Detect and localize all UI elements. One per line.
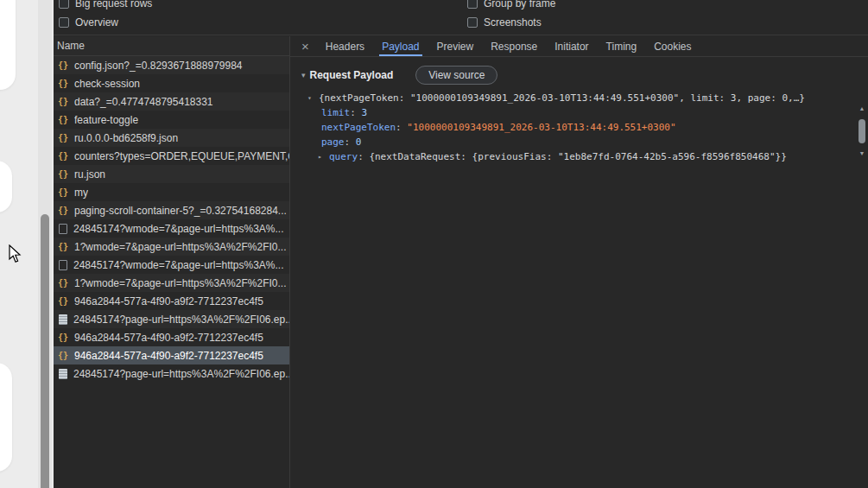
request-name: check-session	[74, 78, 140, 90]
request-name: 24845174?wmode=7&page-url=https%3A%...	[73, 223, 284, 235]
checkbox-label: Screenshots	[484, 16, 542, 29]
request-row[interactable]: {}paging-scroll-container-5?_=0.32754168…	[54, 201, 289, 219]
tab-cookies[interactable]: Cookies	[645, 36, 700, 56]
json-icon: {}	[58, 115, 68, 125]
tab-payload[interactable]: Payload	[373, 36, 428, 56]
request-row[interactable]: 24845174?wmode=7&page-url=https%3A%...	[54, 219, 289, 238]
checkbox-group-by-frame[interactable]: Group by frame	[467, 0, 555, 10]
payload-key: page	[321, 136, 345, 148]
screenshot-root: Big request rowsOverviewGroup by frameSc…	[0, 0, 868, 488]
expand-triangle-icon[interactable]: ▸	[318, 153, 329, 161]
collapse-triangle-icon[interactable]: ▾	[301, 71, 306, 79]
document-icon	[59, 224, 67, 234]
request-name: 946a2844-577a-4f90-a9f2-7712237ec4f5	[74, 295, 263, 307]
payload-colon: :	[345, 136, 356, 148]
checkbox-big-request-rows[interactable]: Big request rows	[59, 0, 152, 10]
request-row[interactable]: {}946a2844-577a-4f90-a9f2-7712237ec4f5	[54, 328, 289, 346]
json-icon: {}	[58, 169, 68, 180]
request-name: feature-toggle	[74, 114, 138, 126]
request-name: data?_=0.4774748795418331	[74, 96, 213, 108]
request-row[interactable]: {}feature-toggle	[54, 111, 289, 129]
tab-preview[interactable]: Preview	[428, 36, 483, 56]
checkbox-box[interactable]	[59, 17, 69, 28]
request-row[interactable]: {}data?_=0.4774748795418331	[54, 92, 289, 111]
close-icon[interactable]: ×	[301, 41, 309, 53]
page-scrollbar-track[interactable]	[38, 0, 52, 488]
payload-colon: :	[358, 151, 369, 162]
request-row[interactable]: {}1?wmode=7&page-url=https%3A%2F%2FI0...	[54, 274, 289, 292]
section-title: Request Payload	[310, 69, 394, 81]
request-row[interactable]: {}config.json?_=0.8293671888979984	[54, 56, 289, 74]
view-source-button[interactable]: View source	[415, 66, 497, 85]
request-name: my	[74, 187, 88, 199]
payload-colon: :	[396, 122, 407, 133]
page-card	[0, 363, 12, 472]
checkbox-box[interactable]	[467, 0, 478, 9]
document-filled-icon	[59, 314, 67, 325]
checkbox-screenshots[interactable]: Screenshots	[467, 16, 542, 29]
json-icon: {}	[58, 187, 68, 198]
page-scrollbar-thumb[interactable]	[41, 214, 49, 488]
checkbox-label: Overview	[75, 16, 118, 29]
background-page	[0, 0, 54, 488]
payload-property[interactable]: ▸query: {nextDataRequest: {previousFias:…	[290, 149, 868, 164]
json-icon: {}	[58, 333, 68, 343]
request-row[interactable]: {}ru.json	[54, 165, 289, 183]
network-toolbar: Big request rowsOverviewGroup by frameSc…	[54, 0, 868, 35]
scrollbar-thumb[interactable]	[858, 119, 865, 143]
name-column-header[interactable]: Name	[54, 36, 289, 56]
checkbox-box[interactable]	[59, 0, 69, 9]
collapse-triangle-icon[interactable]: ▾	[307, 94, 319, 102]
request-list: {}config.json?_=0.8293671888979984{}chec…	[54, 56, 289, 488]
request-row[interactable]: 24845174?page-url=https%3A%2F%2FI06.ep..…	[54, 310, 289, 328]
payload-key: query	[329, 151, 358, 162]
request-row[interactable]: {}ru.0.0.0-bd6258f9.json	[54, 129, 289, 147]
tab-headers[interactable]: Headers	[317, 36, 373, 56]
json-icon: {}	[58, 133, 68, 143]
scroll-up-icon[interactable]: ▲	[859, 105, 865, 112]
request-name: 1?wmode=7&page-url=https%3A%2F%2FI0...	[74, 241, 286, 253]
request-row[interactable]: {}my	[54, 183, 289, 201]
payload-key: nextPageToken	[321, 122, 396, 133]
checkbox-label: Big request rows	[75, 0, 152, 10]
document-icon	[59, 260, 67, 270]
checkbox-box[interactable]	[467, 17, 478, 28]
request-name: ru.0.0.0-bd6258f9.json	[74, 132, 178, 144]
tab-timing[interactable]: Timing	[598, 36, 646, 56]
payload-value: {nextDataRequest: {previousFias: "1eb8e7…	[369, 151, 786, 162]
json-icon: {}	[58, 79, 68, 89]
request-row[interactable]: 24845174?page-url=https%3A%2F%2FI06.ep..…	[54, 364, 289, 383]
payload-colon: :	[350, 107, 361, 118]
payload-root[interactable]: ▾ {nextPageToken: "1000000109349891_2026…	[290, 91, 868, 105]
request-row[interactable]: {}946a2844-577a-4f90-a9f2-7712237ec4f5	[54, 292, 289, 310]
request-name: 24845174?page-url=https%3A%2F%2FI06.ep..…	[73, 314, 289, 326]
json-icon: {}	[58, 351, 68, 361]
request-row[interactable]: {}1?wmode=7&page-url=https%3A%2F%2FI0...	[54, 238, 289, 256]
request-name: 24845174?wmode=7&page-url=https%3A%...	[73, 259, 284, 271]
payload-scrollbar[interactable]: ▲ ▼	[857, 105, 867, 157]
payload-property: nextPageToken: "1000000109349891_2026-03…	[290, 120, 868, 135]
scroll-down-icon[interactable]: ▼	[859, 150, 865, 157]
payload-property: limit: 3	[290, 105, 868, 120]
detail-tabbar: × HeadersPayloadPreviewResponseInitiator…	[290, 36, 868, 57]
checkbox-overview[interactable]: Overview	[59, 16, 118, 29]
payload-property: page: 0	[290, 135, 868, 149]
request-row[interactable]: {}946a2844-577a-4f90-a9f2-7712237ec4f5	[54, 346, 289, 364]
mouse-cursor-icon	[9, 244, 22, 263]
payload-value: 3	[361, 107, 367, 118]
tab-initiator[interactable]: Initiator	[546, 36, 597, 56]
payload-root-preview: {nextPageToken: "1000000109349891_2026-0…	[319, 92, 805, 104]
request-name: 946a2844-577a-4f90-a9f2-7712237ec4f5	[74, 332, 263, 344]
json-icon: {}	[58, 97, 68, 107]
devtools-panel: Big request rowsOverviewGroup by frameSc…	[54, 0, 868, 488]
network-main: Name {}config.json?_=0.8293671888979984{…	[54, 36, 868, 488]
payload-tree: ▾ {nextPageToken: "1000000109349891_2026…	[290, 91, 868, 164]
request-name: 24845174?page-url=https%3A%2F%2FI06.ep..…	[73, 368, 289, 380]
tab-response[interactable]: Response	[482, 36, 546, 56]
request-list-pane: Name {}config.json?_=0.8293671888979984{…	[54, 36, 289, 488]
request-row[interactable]: {}check-session	[54, 74, 289, 92]
page-card	[0, 0, 16, 90]
request-row[interactable]: {}counters?types=ORDER,EQUEUE,PAYMENT,G.…	[54, 147, 289, 165]
request-row[interactable]: 24845174?wmode=7&page-url=https%3A%...	[54, 256, 289, 274]
detail-pane: × HeadersPayloadPreviewResponseInitiator…	[289, 36, 868, 488]
